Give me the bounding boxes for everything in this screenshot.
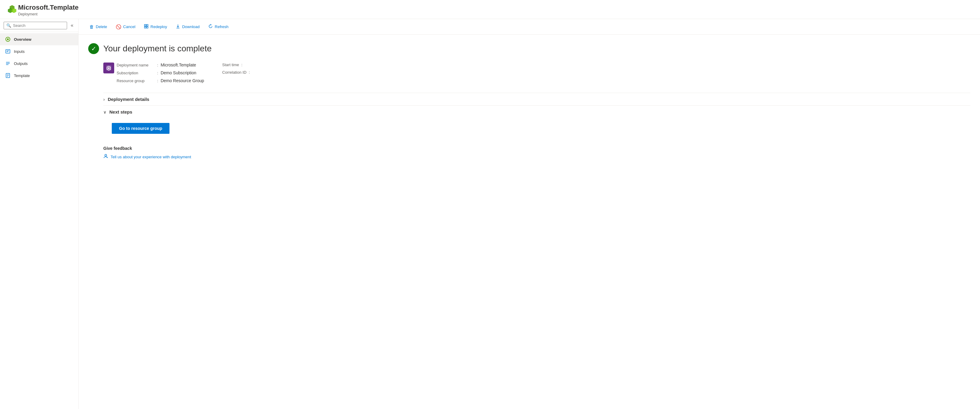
collapse-sidebar-button[interactable]: « [70,21,75,29]
subscription-label: Subscription [117,71,156,75]
deployment-name-row: Deployment name : Microsoft.Template [117,62,204,67]
refresh-button[interactable]: Refresh [205,22,232,32]
sidebar-item-overview-label: Overview [14,37,32,42]
download-icon [175,24,180,30]
deployment-title: Your deployment is complete [103,44,212,54]
cancel-icon: 🚫 [116,24,121,30]
content-area: 🗑 Delete 🚫 Cancel [78,19,980,409]
next-steps-title: Next steps [109,109,132,115]
sidebar-item-overview[interactable]: Overview [0,33,78,45]
refresh-icon [208,24,213,30]
deployment-info: Deployment name : Microsoft.Template Sub… [103,62,970,83]
deployment-details-title: Deployment details [108,97,150,102]
info-right-column: Start time : Correlation ID : [222,62,252,83]
sidebar-item-template[interactable]: Template [0,70,78,81]
success-icon: ✓ [88,43,99,54]
redeploy-icon [144,24,149,30]
svg-point-23 [108,67,110,69]
correlation-id-label: Correlation ID [222,70,247,75]
cancel-button[interactable]: 🚫 Cancel [112,22,139,32]
deployment-resource-icon [103,62,114,73]
sidebar-item-outputs-label: Outputs [14,61,28,66]
svg-point-5 [7,38,9,40]
search-input-wrapper[interactable]: 🔍 [4,22,67,29]
feedback-title: Give feedback [103,146,970,151]
deployment-details-section-header[interactable]: › Deployment details [103,93,970,105]
next-steps-content: Go to resource group [103,118,970,136]
sidebar-item-template-label: Template [14,73,30,78]
search-bar: 🔍 « [0,19,78,32]
feedback-link[interactable]: Tell us about your experience with deplo… [103,154,970,160]
header-text: Microsoft.Template Deployment [18,4,78,16]
sidebar-item-outputs[interactable]: Outputs [0,57,78,70]
subscription-row: Subscription : Demo Subscription [117,70,204,75]
info-row-main: Deployment name : Microsoft.Template Sub… [103,62,204,83]
outputs-icon [5,60,11,67]
next-steps-chevron: ∨ [103,110,107,115]
start-time-row: Start time : [222,62,252,67]
toolbar: 🗑 Delete 🚫 Cancel [78,19,980,35]
deployment-name-value: Microsoft.Template [161,62,196,67]
svg-rect-18 [145,27,146,28]
feedback-icon [103,154,108,160]
page-content: ✓ Your deployment is complete [78,35,980,168]
feedback-link-text: Tell us about your experience with deplo… [111,154,191,159]
header-subtitle: Deployment [18,12,78,16]
goto-resource-group-button[interactable]: Go to resource group [112,123,169,134]
svg-point-24 [105,154,107,156]
deployment-header: ✓ Your deployment is complete [88,43,970,54]
resource-group-row: Resource group : Demo Resource Group [117,78,204,83]
redeploy-label: Redeploy [150,24,167,29]
correlation-id-row: Correlation ID : [222,70,252,75]
deployment-details-chevron: › [103,97,105,102]
sidebar: 🔍 « Overview [0,19,78,409]
main-layout: 🔍 « Overview [0,19,980,409]
inputs-icon [5,48,11,54]
resource-group-value: Demo Resource Group [161,78,204,83]
svg-rect-17 [146,24,148,26]
sidebar-item-inputs[interactable]: Inputs [0,45,78,57]
refresh-label: Refresh [215,24,229,29]
sidebar-nav: Overview Inputs [0,32,78,409]
delete-icon: 🗑 [89,24,94,29]
page-header: Microsoft.Template Deployment [0,0,980,19]
search-input[interactable] [13,23,64,28]
sections-container: › Deployment details ∨ Next steps Go to … [103,93,970,136]
download-button[interactable]: Download [172,22,203,32]
svg-line-25 [107,157,107,158]
redeploy-button[interactable]: Redeploy [140,22,171,32]
subscription-value: Demo Subscription [161,70,196,75]
resource-group-label: Resource group [117,78,156,83]
header-title: Microsoft.Template [18,4,78,11]
delete-label: Delete [96,24,107,29]
sidebar-item-inputs-label: Inputs [14,49,24,54]
delete-button[interactable]: 🗑 Delete [86,22,111,31]
info-details-main: Deployment name : Microsoft.Template Sub… [117,62,204,83]
download-label: Download [182,24,200,29]
next-steps-section-header[interactable]: ∨ Next steps [103,105,970,118]
overview-icon [5,36,11,42]
template-icon [5,73,11,78]
search-icon: 🔍 [6,23,11,28]
svg-rect-19 [146,27,148,28]
cancel-label: Cancel [123,24,135,29]
deployment-name-label: Deployment name [117,63,156,67]
start-time-label: Start time [222,62,239,67]
feedback-section: Give feedback Tell us about your experie… [103,146,970,160]
app-container: Microsoft.Template Deployment 🔍 « [0,0,980,409]
svg-rect-16 [145,24,146,26]
svg-rect-6 [6,49,10,53]
azure-logo [6,4,18,16]
